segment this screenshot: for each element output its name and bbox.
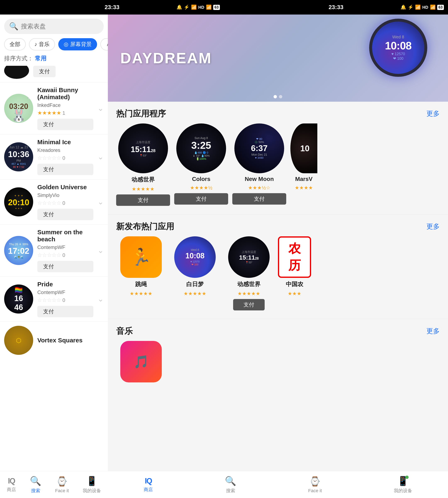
pay-button[interactable]: 支付: [37, 261, 93, 272]
tab-screen[interactable]: ◎ 屏幕背景: [58, 38, 97, 50]
battery-left: 63: [213, 5, 220, 10]
nav-device-left[interactable]: 📱 我的设备: [83, 476, 101, 494]
nav-shop-left[interactable]: IQ 商店: [7, 477, 16, 493]
tab-music-label: 音乐: [39, 41, 49, 48]
card-name: New Moon: [245, 176, 274, 183]
expand-button[interactable]: ⌄: [97, 104, 104, 113]
partial-thumb: [4, 66, 29, 79]
pay-button[interactable]: 支付: [37, 306, 93, 317]
tab-music[interactable]: ♪ 音乐: [29, 38, 55, 50]
app-stars: ★★★: [288, 291, 301, 297]
tab-all[interactable]: 全部: [4, 38, 26, 50]
watch-date: Wed 8: [392, 35, 404, 39]
pay-button[interactable]: 支付: [37, 209, 93, 220]
app-card-jump: 🏃 跳绳 ★★★★★: [116, 236, 166, 310]
partial-top-item: 支付: [0, 66, 108, 82]
watch-thumb-pride: 🏳️‍🌈 1646: [4, 284, 33, 314]
watch-stat1: ♥ 12570: [391, 52, 405, 56]
card-name: MarsV: [295, 176, 313, 183]
pay-button[interactable]: 支付: [37, 164, 93, 175]
card-pay-btn[interactable]: 支付: [116, 194, 170, 206]
wifi-icon: 📶: [191, 5, 197, 10]
card-thumb-dongan: 上海市温度 15:1128 📍53°: [118, 123, 168, 173]
search-input[interactable]: [21, 23, 99, 30]
watch-card: 上海市温度 15:1128 📍53° 动感世界 ★★★★★ 支付: [116, 123, 170, 206]
list-item: Jun 12 ☁ 23 10:36 PM 467 ▲ 9341 80 ♥ 7.5…: [0, 134, 108, 180]
app-icon-zhongguo: 农历: [278, 236, 311, 278]
status-icons-left: 🔔 ⚡ 📶 HD 📶 63: [176, 5, 220, 10]
watch-name: Pride: [37, 281, 93, 288]
iq-shop-icon: IQ: [8, 477, 15, 485]
tab-app[interactable]: Ａ 应用程序: [100, 38, 108, 50]
filter-tabs: 全部 ♪ 音乐 ◎ 屏幕背景 Ａ 应用程序: [0, 36, 108, 52]
app-name: 动感世界: [237, 280, 260, 288]
card-pay-btn[interactable]: 支付: [174, 193, 228, 205]
watch-info-minimal: Minimal Ice Kreadores ☆☆☆☆☆ 0 支付: [37, 139, 93, 175]
app-card-daydream: Wed 8 10:08 ♥ 12570 ❤ 100 白日梦 ★★★★★: [170, 236, 220, 310]
partial-pay-btn[interactable]: 支付: [33, 66, 56, 77]
list-item: Thu 26 ☀ 99% 17:02 🌊🌴🌊 Summer on the bea…: [0, 225, 108, 277]
screen-icon: ◎: [64, 41, 68, 48]
pay-button[interactable]: 支付: [37, 119, 93, 130]
watch-author: ContempWF: [37, 289, 93, 295]
app-name: 中国农: [286, 280, 303, 288]
watch-rating: ☆☆☆☆☆ 0: [37, 200, 93, 206]
watch-author: Kreadores: [37, 147, 93, 153]
app-stars: ★★★★★: [238, 291, 260, 297]
watch-thumb-summer: Thu 26 ☀ 99% 17:02 🌊🌴🌊: [4, 236, 33, 265]
nav-search-left[interactable]: 🔍 搜索: [30, 476, 41, 494]
bluetooth-icon-r: ⚡: [408, 5, 413, 10]
app-card-dongan2: 上海市温度 15:1128 📍53° 动感世界 ★★★★★ 支付: [224, 236, 274, 310]
device-nav-icon: 📱: [86, 476, 97, 486]
watch-time: 10:08: [385, 39, 412, 52]
expand-button[interactable]: ⌄: [97, 246, 104, 255]
nav-faceit-left[interactable]: ⌚ Face it: [55, 476, 69, 493]
watch-info-golden: Golden Universe SimplyVio ☆☆☆☆☆ 0 支付: [37, 184, 93, 220]
battery-right: 63: [437, 5, 444, 10]
search-nav-icon-r: 🔍: [225, 476, 236, 486]
watch-name: Kawaii Bunny (Animated): [37, 86, 93, 101]
music-header: 音乐 更多: [108, 319, 448, 341]
watch-info-vortex: Vortex Squares: [37, 337, 104, 344]
app-pay-btn[interactable]: 支付: [233, 299, 265, 310]
app-stars: ★★★★★: [130, 291, 152, 297]
watch-card: ❤ 80 🌑 50% 6:37 Mon Dec 21 ♥ 3490 New Mo…: [232, 123, 286, 206]
card-pay-btn[interactable]: 支付: [232, 193, 286, 205]
watch-thumb-kawaii: NEW 🐰 03:20 Jun 8 🐰: [4, 94, 33, 123]
watch-thumb-golden: ✦ ✦ ✦ 20:10 ✦ ✦ ✦: [4, 187, 33, 216]
nav-device-right-label: 我的设备: [394, 488, 412, 494]
watch-name: Golden Universe: [37, 184, 93, 191]
watch-thumb-vortex: ⬡: [4, 326, 33, 355]
search-icon: 🔍: [9, 22, 18, 31]
signal-icon-r: 📶: [430, 5, 435, 10]
new-releases-list: 🏃 跳绳 ★★★★★ Wed 8 10:08 ♥ 12570 ❤ 100: [108, 236, 448, 315]
search-bar[interactable]: 🔍: [4, 19, 104, 34]
expand-button[interactable]: ⌄: [97, 198, 104, 206]
nav-search-right[interactable]: 🔍 搜索: [225, 476, 236, 494]
new-releases-more[interactable]: 更多: [426, 222, 440, 231]
new-releases-header: 新发布热门应用 更多: [108, 215, 448, 236]
nav-shop-right[interactable]: IQ 商店: [144, 477, 153, 493]
sort-value[interactable]: 常用: [35, 55, 47, 62]
nav-device-right[interactable]: 📱 我的设备: [394, 476, 412, 494]
hot-apps-more[interactable]: 更多: [426, 109, 440, 118]
hero-banner[interactable]: DAYDREAM Wed 8 10:08 ♥ 12570 ❤ 100: [108, 15, 448, 102]
card-name: 动感世界: [131, 176, 155, 184]
nav-faceit-right[interactable]: ⌚ Face it: [308, 476, 322, 493]
right-bottom-nav: IQ 商店 🔍 搜索 ⌚ Face it 📱 我的设备: [108, 471, 448, 498]
hd-icon-r: HD: [422, 5, 428, 10]
new-releases-section: 新发布热门应用 更多 🏃 跳绳 ★★★★★: [108, 215, 448, 315]
music-title: 音乐: [116, 325, 133, 337]
music-card: 🎵: [116, 341, 166, 382]
expand-button[interactable]: ⌄: [97, 152, 104, 161]
hot-apps-title: 热门应用程序: [116, 108, 166, 119]
watch-stat2: ❤ 100: [393, 56, 403, 61]
card-thumb-mars: 10: [290, 123, 317, 173]
sort-label: 排序方式：: [4, 55, 33, 62]
music-more[interactable]: 更多: [426, 327, 440, 336]
rating-count: 0: [63, 155, 65, 161]
rating-count: 0: [63, 252, 65, 258]
wifi-icon-r: 📶: [415, 5, 421, 10]
watch-name: Summer on the beach: [37, 229, 93, 243]
expand-button[interactable]: ⌄: [97, 295, 104, 303]
